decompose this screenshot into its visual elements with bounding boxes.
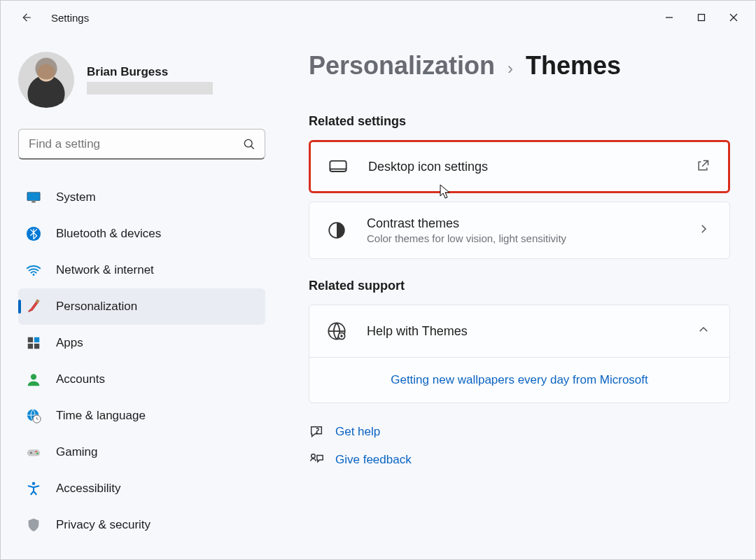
svg-point-19 [35, 451, 36, 452]
give-feedback-label: Give feedback [335, 453, 412, 467]
nav-label: Accounts [56, 372, 105, 386]
svg-rect-22 [330, 161, 346, 172]
svg-point-18 [30, 452, 31, 454]
avatar [18, 52, 74, 108]
bluetooth-icon [25, 225, 42, 242]
user-profile[interactable]: Brian Burgess [18, 52, 265, 108]
svg-point-20 [36, 453, 38, 454]
nav-label: Apps [56, 336, 83, 350]
svg-rect-6 [31, 202, 36, 203]
wifi-icon [25, 262, 42, 279]
minimize-button[interactable] [653, 6, 685, 29]
get-help-link[interactable]: Get help [309, 424, 730, 440]
nav-accessibility[interactable]: Accessibility [18, 470, 265, 507]
svg-point-21 [32, 482, 35, 484]
give-feedback-link[interactable]: Give feedback [309, 452, 730, 468]
nav-gaming[interactable]: Gaming [18, 434, 265, 470]
chevron-right-icon [697, 223, 713, 238]
shield-icon [25, 517, 42, 533]
nav-privacy[interactable]: Privacy & security [18, 507, 265, 543]
nav-label: System [56, 190, 96, 204]
desktop-icon [328, 156, 349, 177]
chevron-right-icon: › [507, 59, 513, 78]
svg-rect-17 [27, 449, 40, 456]
help-chat-icon [309, 424, 324, 440]
svg-rect-10 [28, 337, 33, 342]
gamepad-icon [25, 444, 42, 461]
svg-rect-12 [28, 344, 33, 349]
search-input[interactable] [29, 137, 242, 151]
nav-accounts[interactable]: Accounts [18, 361, 265, 398]
help-with-themes-toggle[interactable]: Help with Themes [309, 305, 729, 357]
support-title: Help with Themes [367, 324, 468, 339]
card-title: Contrast themes [367, 216, 678, 231]
wallpapers-link[interactable]: Getting new wallpapers every day from Mi… [391, 373, 648, 386]
nav-label: Network & internet [56, 263, 154, 277]
maximize-button[interactable] [685, 6, 718, 29]
user-email-redacted [87, 82, 213, 94]
monitor-icon [25, 189, 42, 206]
nav-network[interactable]: Network & internet [18, 252, 265, 288]
breadcrumb: Personalization › Themes [309, 51, 730, 80]
svg-point-28 [312, 454, 316, 458]
search-icon [242, 137, 256, 151]
svg-point-2 [244, 139, 252, 147]
svg-point-27 [316, 433, 317, 433]
accessibility-icon [25, 480, 42, 497]
desktop-icon-settings-card[interactable]: Desktop icon settings [309, 140, 730, 193]
open-external-icon [696, 159, 711, 174]
window-title: Settings [51, 12, 89, 24]
contrast-themes-card[interactable]: Contrast themes Color themes for low vis… [309, 202, 730, 259]
svg-point-14 [31, 374, 36, 379]
related-settings-heading: Related settings [309, 114, 730, 129]
help-globe-icon [326, 321, 347, 342]
nav-bluetooth[interactable]: Bluetooth & devices [18, 216, 265, 252]
card-title: Desktop icon settings [368, 160, 676, 174]
person-icon [25, 371, 42, 388]
globe-time-icon [25, 407, 42, 424]
nav-personalization[interactable]: Personalization [18, 288, 265, 325]
nav-apps[interactable]: Apps [18, 325, 265, 361]
nav-system[interactable]: System [18, 179, 265, 216]
nav-label: Personalization [56, 300, 137, 314]
search-box[interactable] [18, 129, 265, 160]
contrast-icon [326, 220, 347, 241]
nav-label: Time & language [56, 409, 146, 423]
svg-rect-1 [699, 15, 705, 21]
breadcrumb-parent[interactable]: Personalization [309, 51, 495, 80]
chevron-up-icon [697, 323, 713, 339]
svg-rect-11 [34, 337, 39, 342]
breadcrumb-current: Themes [526, 51, 621, 80]
card-subtitle: Color themes for low vision, light sensi… [367, 232, 678, 244]
nav-label: Privacy & security [56, 518, 150, 532]
related-support-heading: Related support [309, 279, 730, 293]
svg-rect-4 [27, 192, 40, 201]
nav-time-language[interactable]: Time & language [18, 398, 265, 434]
svg-rect-13 [34, 344, 39, 349]
feedback-icon [309, 452, 324, 468]
nav-label: Gaming [56, 445, 98, 459]
help-with-themes-card: Help with Themes Getting new wallpapers … [309, 304, 730, 403]
svg-line-3 [251, 146, 254, 148]
nav-label: Accessibility [56, 482, 121, 496]
close-button[interactable] [718, 6, 750, 29]
nav-label: Bluetooth & devices [56, 227, 161, 241]
apps-icon [25, 335, 42, 351]
user-name: Brian Burgess [87, 65, 213, 79]
get-help-label: Get help [335, 425, 380, 439]
svg-point-8 [33, 274, 35, 276]
back-button[interactable] [15, 6, 37, 29]
nav-list: System Bluetooth & devices Network & int… [18, 179, 265, 543]
brush-icon [25, 298, 42, 315]
